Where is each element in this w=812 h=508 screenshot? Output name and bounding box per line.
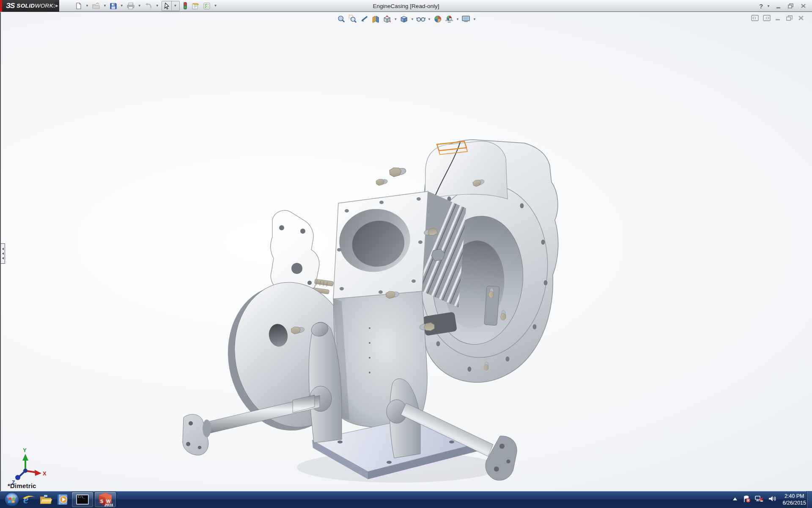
view-orientation-button[interactable] (382, 14, 392, 24)
view-settings-button[interactable] (461, 14, 471, 24)
show-desktop-button[interactable] (807, 491, 812, 508)
solidworks-logo: ЗS SOLIDWORKS ▶ (0, 0, 59, 12)
minimize-button[interactable] (774, 2, 783, 10)
svg-text:S: S (100, 499, 103, 504)
show-hidden-icons-button[interactable] (732, 496, 738, 503)
system-tray: 2:40 PM 6/26/2015 (732, 491, 806, 508)
command-prompt-icon: C:\_ (76, 494, 89, 505)
undo-button[interactable] (143, 1, 154, 11)
collapse-pane-left-button[interactable] (751, 15, 759, 21)
solidworks-2015-icon: S W 2015 (98, 492, 113, 507)
taskbar-clock[interactable]: 2:40 PM 6/26/2015 (782, 493, 806, 507)
solidworks-window: ЗS SOLIDWORKS ▶ ▼ ▼ ▼ ▼ ▼ (0, 0, 812, 508)
quick-toolbar: ▼ ▼ ▼ ▼ ▼ ▼ (74, 1, 218, 11)
new-document-button[interactable] (74, 1, 84, 11)
feature-tree-collapsed-tab[interactable] (1, 243, 5, 264)
start-button[interactable] (3, 491, 20, 508)
zoom-to-area-button[interactable] (348, 14, 357, 24)
chevron-down-icon[interactable]: ▼ (456, 17, 459, 21)
windows-explorer-icon[interactable] (37, 491, 54, 508)
restore-button[interactable] (786, 2, 796, 10)
select-tool-group: ▼ (162, 1, 180, 11)
logo-red-stripe (0, 0, 2, 12)
chevron-down-icon[interactable]: ▼ (213, 4, 218, 8)
help-button[interactable]: ? (759, 3, 763, 10)
chevron-down-icon[interactable]: ▼ (102, 4, 107, 8)
zoom-to-fit-button[interactable] (337, 14, 346, 24)
titlebar: ЗS SOLIDWORKS ▶ ▼ ▼ ▼ ▼ ▼ (0, 0, 812, 12)
chevron-down-icon[interactable]: ▼ (411, 17, 414, 21)
open-button[interactable] (91, 1, 102, 11)
collapse-pane-right-button[interactable] (763, 15, 771, 21)
logo-mark: ЗS (6, 2, 14, 10)
svg-text:2015: 2015 (104, 502, 113, 507)
logo-expand-arrow[interactable]: ▶ (55, 2, 59, 10)
network-status-icon[interactable] (754, 494, 764, 505)
action-center-icon[interactable] (742, 494, 751, 505)
save-button[interactable] (108, 1, 118, 11)
model-engine-casing[interactable]: Y X Z (1, 12, 812, 491)
internet-explorer-icon[interactable]: e (20, 491, 37, 508)
select-tool-button[interactable] (162, 1, 171, 11)
graphics-area[interactable]: Y X Z ▼ ▼ (0, 12, 812, 491)
heads-up-toolbar: ▼ ▼ ▼ ▼ ▼ (337, 14, 476, 24)
edit-note-button[interactable] (190, 1, 201, 11)
svg-text:X: X (43, 470, 47, 477)
logo-text: SOLIDWORKS (16, 3, 57, 9)
svg-text:Y: Y (23, 447, 27, 453)
windows-taskbar: e C:\_ (0, 491, 812, 508)
view-orientation-label: *Dimetric (8, 482, 36, 489)
clock-date: 6/26/2015 (782, 500, 806, 506)
chevron-down-icon[interactable]: ▼ (428, 17, 431, 21)
chevron-down-icon[interactable]: ▼ (766, 4, 771, 8)
command-prompt-button[interactable]: C:\_ (71, 491, 93, 508)
close-button[interactable] (798, 2, 808, 10)
section-view-button[interactable] (371, 14, 380, 24)
chevron-down-icon[interactable]: ▼ (473, 17, 476, 21)
hide-show-items-button[interactable] (416, 14, 425, 24)
media-player-icon[interactable] (54, 491, 71, 508)
chevron-down-icon[interactable]: ▼ (119, 4, 124, 8)
chevron-down-icon[interactable]: ▼ (394, 17, 397, 21)
display-style-button[interactable] (399, 14, 409, 24)
print-button[interactable] (125, 1, 136, 11)
edit-appearance-button[interactable] (433, 14, 442, 24)
chevron-down-icon[interactable]: ▼ (137, 4, 142, 8)
document-window-controls (751, 15, 804, 21)
clock-time: 2:40 PM (782, 493, 806, 500)
chevron-down-icon[interactable]: ▼ (155, 4, 160, 8)
chevron-down-icon[interactable]: ▼ (85, 4, 90, 8)
previous-view-button[interactable] (359, 14, 369, 24)
apply-scene-button[interactable] (444, 14, 454, 24)
doc-minimize-button[interactable] (775, 15, 782, 21)
svg-text:e: e (23, 493, 28, 506)
solidworks-taskbar-button[interactable]: S W 2015 (94, 491, 116, 508)
doc-restore-button[interactable] (786, 15, 793, 21)
volume-icon[interactable] (768, 494, 777, 505)
select-tool-dropdown[interactable]: ▼ (171, 1, 179, 11)
orientation-triad: Y X Z (12, 447, 47, 486)
doc-close-button[interactable] (798, 15, 804, 21)
options-checklist-button[interactable] (202, 1, 212, 11)
view-simulation-button[interactable] (181, 1, 189, 11)
titlebar-controls: ? ▼ (759, 0, 808, 12)
